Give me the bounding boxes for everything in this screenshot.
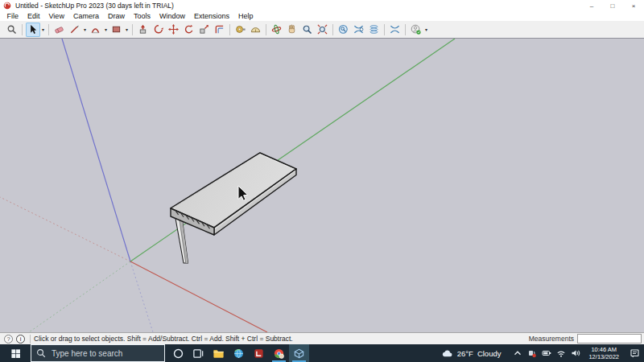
taskbar-app-file-explorer[interactable] bbox=[208, 344, 229, 362]
red-axis-negative bbox=[0, 197, 130, 261]
taskbar-app-cortana[interactable] bbox=[168, 344, 188, 362]
arc-dropdown-caret[interactable]: ▾ bbox=[103, 23, 109, 37]
arc-tool-button[interactable] bbox=[89, 23, 103, 37]
protractor-icon bbox=[250, 24, 261, 35]
extension-manager-icon bbox=[390, 24, 400, 35]
toolbar-separator bbox=[332, 24, 333, 35]
menu-draw[interactable]: Draw bbox=[103, 12, 129, 20]
shapes-icon bbox=[111, 24, 122, 35]
menu-view[interactable]: View bbox=[44, 12, 68, 20]
rotate-icon bbox=[184, 24, 194, 35]
taskbar-app-layout[interactable] bbox=[249, 344, 269, 362]
tray-chevron-up-icon[interactable] bbox=[513, 348, 523, 359]
sketchup-logo-icon bbox=[3, 2, 11, 10]
move-icon bbox=[168, 24, 179, 35]
3d-warehouse-tool-button[interactable] bbox=[336, 23, 351, 37]
orbit-tool-button[interactable] bbox=[270, 23, 284, 37]
menu-edit[interactable]: Edit bbox=[23, 12, 45, 20]
pan-tool-button[interactable] bbox=[285, 23, 299, 37]
tabletop-model[interactable] bbox=[171, 153, 296, 263]
menu-tools[interactable]: Tools bbox=[129, 12, 155, 20]
components-tool-button[interactable] bbox=[367, 23, 382, 37]
3d-warehouse-icon bbox=[338, 24, 349, 35]
menu-window[interactable]: Window bbox=[155, 12, 189, 20]
taskbar-clock[interactable]: 10:46 AM 12/13/2022 bbox=[588, 346, 619, 360]
status-bar: ? i Click or drag to select objects. Shi… bbox=[0, 332, 644, 344]
zoom-extents-tool-button[interactable] bbox=[316, 23, 330, 37]
offset-tool-button[interactable] bbox=[213, 23, 227, 37]
zoom-tool-button[interactable] bbox=[300, 23, 315, 37]
tray-network-icon[interactable] bbox=[556, 348, 567, 359]
maximize-button[interactable]: □ bbox=[602, 0, 623, 11]
tray-battery-icon[interactable] bbox=[542, 348, 552, 359]
context-info-icon[interactable]: i bbox=[16, 335, 25, 343]
status-hint-text: Click or drag to select objects. Shift =… bbox=[34, 335, 293, 343]
search-placeholder: Type here to search bbox=[52, 349, 122, 358]
menu-help[interactable]: Help bbox=[233, 12, 258, 20]
minimize-button[interactable]: – bbox=[581, 0, 602, 11]
blue-axis bbox=[62, 39, 130, 261]
system-tray: 26°F Cloudy 10:46 AM 12/13/2022 bbox=[441, 344, 644, 362]
scale-icon bbox=[199, 24, 209, 35]
toolbar-separator bbox=[266, 24, 266, 35]
tray-audio-device-icon[interactable] bbox=[527, 348, 538, 359]
statusbar-separator bbox=[30, 335, 31, 343]
taskbar-app-browser-globe[interactable] bbox=[229, 344, 249, 362]
search-icon bbox=[6, 24, 17, 35]
shapes-dropdown-caret[interactable]: ▾ bbox=[124, 23, 130, 37]
menu-camera[interactable]: Camera bbox=[68, 12, 103, 20]
start-button[interactable] bbox=[0, 344, 31, 362]
select-dropdown-caret[interactable]: ▾ bbox=[40, 23, 46, 37]
extension-warehouse-icon bbox=[353, 24, 364, 35]
tray-volume-icon[interactable] bbox=[571, 348, 581, 359]
menu-file[interactable]: File bbox=[2, 12, 23, 20]
layout-icon bbox=[253, 348, 265, 360]
taskbar-app-chrome[interactable] bbox=[269, 344, 289, 362]
rotate-tool-button[interactable] bbox=[182, 23, 196, 37]
menu-extensions[interactable]: Extensions bbox=[189, 12, 233, 20]
file-explorer-icon bbox=[213, 348, 225, 360]
extension-warehouse-tool-button[interactable] bbox=[352, 23, 366, 37]
cloud-icon bbox=[441, 348, 453, 360]
protractor-tool-button[interactable] bbox=[249, 23, 263, 37]
blue-axis-negative bbox=[130, 261, 153, 332]
weather-widget[interactable]: 26°F Cloudy bbox=[441, 348, 502, 360]
search-icon bbox=[36, 348, 46, 358]
help-icon[interactable]: ? bbox=[4, 335, 13, 343]
extension-manager-tool-button[interactable] bbox=[388, 23, 402, 37]
line-tool-button[interactable] bbox=[68, 23, 82, 37]
tape-measure-tool-button[interactable] bbox=[233, 23, 248, 37]
push-pull-tool-button[interactable] bbox=[136, 23, 151, 37]
toolbar-separator bbox=[132, 24, 133, 35]
shapes-tool-button[interactable] bbox=[109, 23, 124, 37]
clock-time: 10:46 AM bbox=[588, 346, 619, 353]
close-button[interactable]: × bbox=[623, 0, 644, 11]
toolbar-separator bbox=[229, 24, 230, 35]
tape-measure-icon bbox=[235, 24, 246, 35]
menubar: FileEditViewCameraDrawToolsWindowExtensi… bbox=[0, 11, 644, 21]
taskbar-search[interactable]: Type here to search bbox=[31, 344, 165, 362]
follow-me-tool-button[interactable] bbox=[151, 23, 166, 37]
move-tool-button[interactable] bbox=[167, 23, 181, 37]
select-icon bbox=[27, 24, 38, 35]
sign-in-tool-button[interactable] bbox=[409, 23, 423, 37]
tray-icons bbox=[510, 348, 583, 359]
taskbar-app-task-view[interactable] bbox=[188, 344, 208, 362]
zoom-extents-icon bbox=[317, 24, 328, 35]
pan-icon bbox=[287, 24, 297, 35]
measurements-input[interactable] bbox=[577, 334, 642, 343]
modeling-viewport[interactable] bbox=[0, 38, 644, 332]
toolbar: ▾▾▾▾▾ bbox=[0, 21, 644, 38]
toolbar-separator bbox=[22, 24, 23, 35]
search-tool-button[interactable] bbox=[5, 23, 19, 37]
taskbar-apps bbox=[168, 344, 309, 362]
scale-tool-button[interactable] bbox=[197, 23, 212, 37]
eraser-tool-button[interactable] bbox=[52, 23, 67, 37]
components-icon bbox=[369, 24, 379, 35]
taskbar-app-sketchup[interactable] bbox=[289, 344, 309, 362]
offset-icon bbox=[214, 24, 225, 35]
sign-in-dropdown-caret[interactable]: ▾ bbox=[423, 23, 429, 37]
line-dropdown-caret[interactable]: ▾ bbox=[82, 23, 88, 37]
select-tool-button[interactable] bbox=[26, 23, 40, 37]
action-center-button[interactable] bbox=[625, 348, 644, 359]
